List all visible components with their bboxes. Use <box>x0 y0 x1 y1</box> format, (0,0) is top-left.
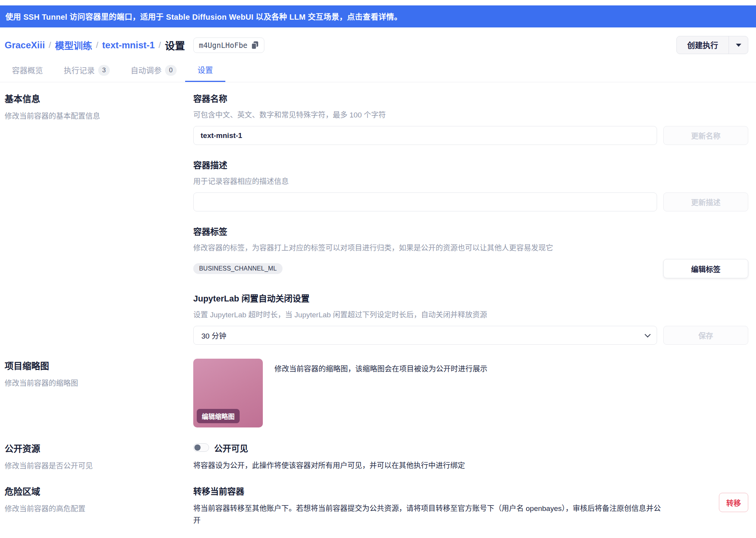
page-title: 设置 <box>165 38 185 52</box>
tab-label: 容器概览 <box>12 65 43 76</box>
public-desc: 将容器设为公开，此操作将使该容器对所有用户可见，并可以在其他执行中进行绑定 <box>193 460 748 470</box>
thumbnail-left: 项目缩略图 修改当前容器的缩略图 <box>5 359 193 427</box>
banner-text: 使用 SSH Tunnel 访问容器里的端口，适用于 Stable Diffus… <box>5 11 402 22</box>
tag-pill: BUSINESS_CHANNEL_ML <box>193 263 283 274</box>
section-title: 基本信息 <box>5 92 193 105</box>
toggle-knob <box>194 444 201 451</box>
jupyterlab-idle-hint: 设置 JupyterLab 超时时长，当 JupyterLab 闲置超过下列设定… <box>193 309 748 319</box>
thumbnail-desc: 修改当前容器的缩略图，该缩略图会在项目被设为公开时进行展示 <box>274 363 487 427</box>
save-timeout-button[interactable]: 保存 <box>663 326 748 345</box>
container-desc-hint: 用于记录容器相应的描述信息 <box>193 175 748 186</box>
copy-icon[interactable] <box>251 41 259 49</box>
public-toggle-label: 公开可见 <box>214 441 248 454</box>
create-run-dropdown-button[interactable] <box>729 36 748 54</box>
page-header: GraceXiii / 模型训练 / text-mnist-1 / 设置 m4U… <box>0 27 756 54</box>
section-desc: 修改当前容器是否公开可见 <box>5 460 193 470</box>
breadcrumb-separator: / <box>49 40 51 50</box>
public-visibility-toggle[interactable] <box>193 443 209 452</box>
section-title: 危险区域 <box>5 484 193 497</box>
section-title: 公开资源 <box>5 441 193 455</box>
section-desc: 修改当前容器的缩略图 <box>5 377 193 388</box>
update-desc-button[interactable]: 更新描述 <box>663 192 748 211</box>
container-name-input[interactable] <box>193 126 657 145</box>
auto-tuning-count-badge: 0 <box>165 65 177 76</box>
jupyterlab-idle-title: JupyterLab 闲置自动关闭设置 <box>193 291 748 304</box>
section-title: 项目缩略图 <box>5 359 193 372</box>
container-name-group: 容器名称 可包含中文、英文、数字和常见特殊字符，最多 100 个字符 更新名称 <box>193 92 748 145</box>
thumbnail-main: 编辑缩略图 修改当前容器的缩略图，该缩略图会在项目被设为公开时进行展示 <box>193 359 748 427</box>
update-name-button[interactable]: 更新名称 <box>663 126 748 145</box>
breadcrumb-separator: / <box>96 40 98 50</box>
section-desc: 修改当前容器的高危配置 <box>5 503 193 513</box>
section-basic-info: 基本信息 修改当前容器的基本配置信息 容器名称 可包含中文、英文、数字和常见特殊… <box>5 92 748 345</box>
ssh-tunnel-banner[interactable]: 使用 SSH Tunnel 访问容器里的端口，适用于 Stable Diffus… <box>0 5 756 27</box>
breadcrumb-model-training[interactable]: 模型训练 <box>55 38 92 52</box>
tab-run-records[interactable]: 执行记录 3 <box>64 65 110 82</box>
container-tags-hint: 修改容器的标签，为容器打上对应的标签可以对项目进行归类，如果是公开的资源也可以让… <box>193 242 748 252</box>
breadcrumb: GraceXiii / 模型训练 / text-mnist-1 / 设置 m4U… <box>5 37 264 53</box>
container-name-title: 容器名称 <box>193 92 748 104</box>
breadcrumb-separator: / <box>158 40 161 50</box>
public-left: 公开资源 修改当前容器是否公开可见 <box>5 441 193 470</box>
danger-main: 转移当前容器 将当前容器转移至其他账户下。若想将当前容器提交为公共资源，请将项目… <box>193 484 748 538</box>
danger-left: 危险区域 修改当前容器的高危配置 <box>5 484 193 538</box>
breadcrumb-container[interactable]: text-mnist-1 <box>102 40 155 51</box>
tab-label: 执行记录 <box>64 65 95 76</box>
section-desc: 修改当前容器的基本配置信息 <box>5 110 193 121</box>
transfer-container-block: 转移当前容器 将当前容器转移至其他账户下。若想将当前容器提交为公共资源，请将项目… <box>193 484 748 526</box>
tab-label: 设置 <box>198 64 213 75</box>
container-desc-group: 容器描述 用于记录容器相应的描述信息 更新描述 <box>193 158 748 211</box>
container-name-hint: 可包含中文、英文、数字和常见特殊字符，最多 100 个字符 <box>193 109 748 119</box>
idle-timeout-select[interactable]: 30 分钟 <box>193 326 657 345</box>
settings-content: 基本信息 修改当前容器的基本配置信息 容器名称 可包含中文、英文、数字和常见特殊… <box>0 82 756 538</box>
jupyterlab-idle-group: JupyterLab 闲置自动关闭设置 设置 JupyterLab 超时时长，当… <box>193 291 748 345</box>
create-run-split-button: 创建执行 <box>676 36 748 54</box>
project-thumbnail-image[interactable]: 编辑缩略图 <box>193 359 263 427</box>
run-records-count-badge: 3 <box>98 65 110 76</box>
chevron-down-icon <box>645 332 651 338</box>
create-run-button[interactable]: 创建执行 <box>677 36 729 54</box>
container-tags-group: 容器标签 修改容器的标签，为容器打上对应的标签可以对项目进行归类，如果是公开的资… <box>193 225 748 278</box>
public-main: 公开可见 将容器设为公开，此操作将使该容器对所有用户可见，并可以在其他执行中进行… <box>193 441 748 470</box>
settings-page: 使用 SSH Tunnel 访问容器里的端口，适用于 Stable Diffus… <box>0 0 756 538</box>
tab-bar: 容器概览 执行记录 3 自动调参 0 设置 <box>0 54 756 82</box>
transfer-button[interactable]: 转移 <box>719 493 748 512</box>
basic-info-main: 容器名称 可包含中文、英文、数字和常见特殊字符，最多 100 个字符 更新名称 … <box>193 92 748 345</box>
tab-settings[interactable]: 设置 <box>185 64 225 82</box>
section-danger: 危险区域 修改当前容器的高危配置 转移当前容器 将当前容器转移至其他账户下。若想… <box>5 484 748 538</box>
section-thumbnail: 项目缩略图 修改当前容器的缩略图 编辑缩略图 修改当前容器的缩略图，该缩略图会在… <box>5 359 748 427</box>
basic-info-left: 基本信息 修改当前容器的基本配置信息 <box>5 92 193 345</box>
section-public: 公开资源 修改当前容器是否公开可见 公开可见 将容器设为公开，此操作将使该容器对… <box>5 441 748 470</box>
tab-label: 自动调参 <box>131 65 162 76</box>
container-tags-title: 容器标签 <box>193 225 748 237</box>
caret-down-icon <box>736 44 741 47</box>
tab-auto-tuning[interactable]: 自动调参 0 <box>131 65 177 82</box>
edit-thumbnail-button[interactable]: 编辑缩略图 <box>197 409 240 423</box>
transfer-desc: 将当前容器转移至其他账户下。若想将当前容器提交为公共资源，请将项目转移至官方账号… <box>193 502 661 526</box>
container-desc-title: 容器描述 <box>193 158 748 170</box>
breadcrumb-user[interactable]: GraceXiii <box>5 40 45 51</box>
top-strip <box>0 0 756 5</box>
container-id-badge: m4UgnLHoFbe <box>193 37 264 53</box>
container-desc-input[interactable] <box>193 192 657 211</box>
tab-container-overview[interactable]: 容器概览 <box>12 65 43 82</box>
transfer-title: 转移当前容器 <box>193 484 707 497</box>
edit-tags-button[interactable]: 编辑标签 <box>663 259 748 278</box>
idle-timeout-value: 30 分钟 <box>201 330 226 341</box>
container-id: m4UgnLHoFbe <box>199 41 247 49</box>
